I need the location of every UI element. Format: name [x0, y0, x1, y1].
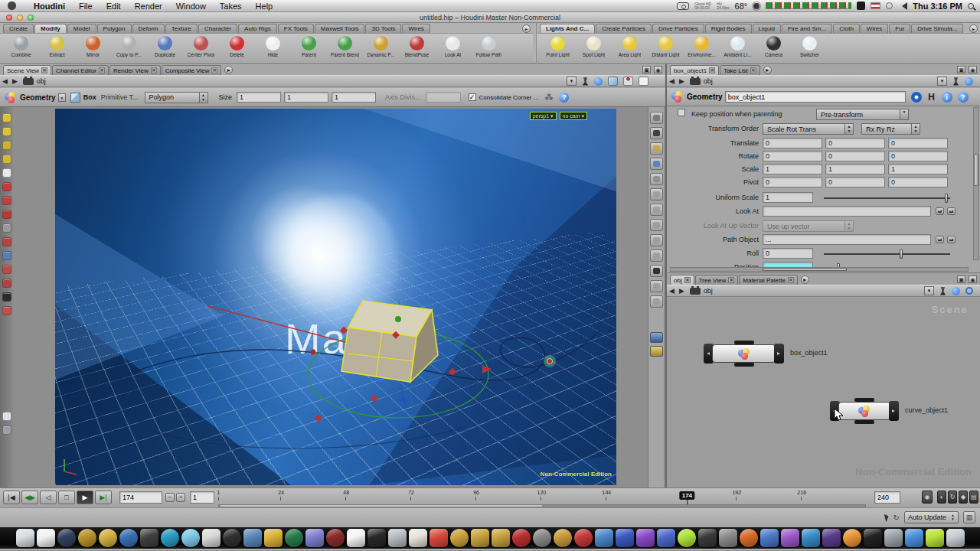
display-option-thumb-15[interactable] — [650, 346, 663, 357]
dock-app-11-icon[interactable] — [223, 529, 241, 547]
loop-mode-button[interactable]: ↻ — [948, 491, 957, 504]
dock-app-19-icon[interactable] — [388, 529, 407, 547]
dock-app-22-icon[interactable] — [450, 529, 469, 547]
forward-icon[interactable]: ▶ — [10, 77, 20, 85]
display-option-13-icon[interactable] — [650, 295, 663, 308]
dock-app-25-icon[interactable] — [512, 529, 531, 547]
close-icon[interactable]: ✕ — [728, 277, 734, 283]
op-jump-icon[interactable] — [936, 207, 944, 215]
menu-window[interactable]: Window — [169, 2, 213, 11]
left-toolbar-tool-3-icon[interactable] — [2, 141, 11, 150]
scene-tab-scene-view[interactable]: Scene View✕ — [3, 65, 51, 75]
shelf-tool-look-at[interactable]: Look At — [435, 34, 471, 62]
shelf-tab-drive-particles[interactable]: Drive Particles — [652, 24, 704, 33]
help-icon[interactable]: ? — [958, 92, 969, 103]
close-icon[interactable]: ✕ — [750, 67, 756, 73]
close-icon[interactable]: ✕ — [211, 67, 217, 73]
frame-decrement-button[interactable]: − — [165, 493, 175, 502]
scale-x-field[interactable] — [763, 164, 822, 174]
pane-split-icon[interactable]: ◉ — [969, 276, 977, 283]
primitive-mode-select[interactable]: Polygon — [145, 92, 200, 103]
volume-icon[interactable] — [898, 2, 907, 10]
left-toolbar-tool-17-icon[interactable] — [2, 425, 11, 435]
dock-app-12-icon[interactable] — [243, 529, 262, 547]
translate-y-field[interactable] — [825, 138, 885, 148]
translate-z-field[interactable] — [888, 138, 948, 148]
mode-stepper-icon[interactable]: ▲▼ — [200, 92, 208, 103]
forward-icon[interactable]: ▶ — [677, 287, 687, 295]
shelf-tool-center-pivot[interactable]: Center Pivot — [183, 34, 219, 62]
gear-icon[interactable] — [753, 2, 760, 10]
flipbook-button[interactable]: ◉ — [922, 491, 933, 504]
left-toolbar-tool-15-icon[interactable] — [2, 306, 11, 315]
pin-pane-icon[interactable] — [952, 77, 959, 86]
shelf-overflow-button[interactable]: ▸ — [522, 24, 531, 33]
shelf-tool-spot-light[interactable]: Spot Light — [576, 34, 612, 62]
network-node-box[interactable]: box_object1 — [704, 344, 784, 364]
houdini-h-icon[interactable]: H — [927, 92, 936, 103]
timeline-ruler[interactable]: 174 124487296120144192216 — [218, 490, 866, 504]
left-toolbar-tool-1-icon[interactable] — [2, 113, 11, 122]
path-dropdown-icon[interactable]: ▼ — [937, 77, 947, 86]
shelf-tab-3d-tools[interactable]: 3D Tools — [365, 24, 401, 33]
dock-app-43-icon[interactable] — [884, 529, 903, 547]
shelf-tab-texture[interactable]: Texture — [165, 24, 198, 33]
network-search-icon[interactable] — [965, 287, 973, 295]
pivot-y-field[interactable] — [825, 177, 885, 187]
info-icon[interactable]: i — [942, 92, 952, 103]
dock-app-8-icon[interactable] — [161, 529, 179, 547]
shelf-tool-follow-path[interactable]: Follow Path — [471, 34, 507, 62]
dock-app-34-icon[interactable] — [698, 529, 717, 547]
close-icon[interactable]: ✕ — [99, 67, 105, 73]
display-option-1-icon[interactable] — [650, 112, 663, 124]
display-option-7-icon[interactable] — [650, 204, 663, 216]
dock-app-9-icon[interactable] — [181, 529, 200, 547]
dock-app-39-icon[interactable] — [802, 529, 820, 547]
left-toolbar-tool-12-icon[interactable] — [2, 265, 11, 274]
translate-x-field[interactable] — [763, 138, 822, 148]
shelf-tool-hide[interactable]: Hide — [255, 34, 291, 62]
left-toolbar-tool-14-icon[interactable] — [2, 292, 11, 302]
shelf-tool-switcher[interactable]: Switcher — [792, 34, 828, 62]
left-toolbar-tool-4-icon[interactable] — [2, 155, 11, 164]
shelf-tool-camera[interactable]: Camera — [756, 34, 792, 62]
dock-app-33-icon[interactable] — [678, 529, 696, 547]
input-language-flag-icon[interactable] — [871, 2, 880, 9]
network-path[interactable]: obj — [704, 77, 713, 85]
refresh-icon[interactable]: ↻ — [893, 514, 900, 522]
close-icon[interactable]: ✕ — [788, 277, 794, 283]
character-filter-icon[interactable] — [623, 77, 633, 86]
dock-app-30-icon[interactable] — [616, 529, 634, 547]
shelf-tab-polygon[interactable]: Polygon — [97, 24, 132, 33]
display-option-6-icon[interactable] — [650, 188, 663, 201]
network-tab-tree-view[interactable]: Tree View✕ — [695, 275, 739, 285]
dock-app-36-icon[interactable] — [740, 529, 758, 547]
dock-app-15-icon[interactable] — [305, 529, 324, 547]
menu-houdini[interactable]: Houdini — [27, 2, 72, 11]
node-output-connector[interactable] — [854, 420, 874, 424]
shelf-tab-cloth[interactable]: Cloth — [833, 24, 860, 33]
shelf-tab-deform[interactable]: Deform — [132, 24, 165, 33]
op-jump-icon[interactable] — [936, 236, 944, 243]
menu-takes[interactable]: Takes — [213, 2, 249, 11]
dock-app-46-icon[interactable] — [946, 529, 965, 547]
shelf-tab-liquid[interactable]: Liquid — [753, 24, 781, 33]
look-at-field[interactable] — [763, 206, 931, 217]
range-loop-button[interactable]: ◀▶ — [21, 491, 38, 504]
op-chooser-icon[interactable] — [947, 207, 956, 215]
param-tab-box-object1[interactable]: box_object1✕ — [670, 65, 719, 75]
shelf-tab-drive-simula[interactable]: Drive Simula... — [911, 24, 963, 33]
xform-order-select[interactable]: Scale Rot Trans — [763, 123, 845, 135]
link-indicator-icon[interactable] — [594, 77, 603, 86]
shelf-tab-fur[interactable]: Fur — [889, 24, 910, 33]
dock-app-3-icon[interactable] — [57, 529, 76, 547]
dock-app-42-icon[interactable] — [864, 529, 882, 547]
dock-app-40-icon[interactable] — [822, 529, 841, 547]
dock-app-21-icon[interactable] — [430, 529, 448, 547]
path-object-field[interactable] — [763, 234, 931, 245]
display-option-12-icon[interactable] — [650, 280, 663, 292]
close-icon[interactable]: ✕ — [41, 67, 47, 73]
network-canvas[interactable]: Scene box_object1 curve_object1 — [667, 298, 980, 488]
shelf-tab-auto-rigs[interactable]: Auto Rigs — [238, 24, 277, 33]
display-option-4-icon[interactable] — [650, 158, 663, 170]
